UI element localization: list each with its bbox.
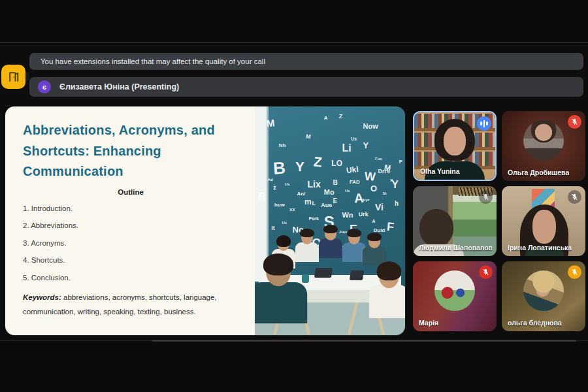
floating-letter: Lix <box>308 180 321 189</box>
slide-photo-collage: MAZNowUsNhMLiYFusBYZLOUklMFfulzUsLixBFAD… <box>255 106 405 335</box>
outline-list: 1. Introduction. 2. Abbreviations. 3. Ac… <box>23 204 255 282</box>
floating-letter: Us <box>282 221 287 225</box>
floating-letter: Wn <box>342 212 353 219</box>
person-figure <box>255 257 307 323</box>
floating-letter: Us <box>285 182 290 186</box>
floating-letter: FAD <box>350 180 360 185</box>
meeting-window: You have extensions installed that may a… <box>0 0 588 392</box>
floating-letter: It <box>271 225 275 231</box>
participant-name: Ірина Лопатинська <box>508 244 572 252</box>
extension-panel-notch <box>25 73 29 81</box>
participant-tile-olha-drobysheva[interactable]: Ольга Дробишева <box>502 111 585 181</box>
floating-letter: xx <box>289 207 295 212</box>
floating-letter: Mo <box>324 189 335 196</box>
keywords-label: Keywords: <box>23 293 61 301</box>
person-figure <box>319 227 342 258</box>
floating-letter: A <box>353 191 364 204</box>
participant-grid: Olha Yunina Ольга Дробишева <box>413 111 585 331</box>
floating-letter: E <box>333 198 338 204</box>
participant-tile-olha-yunina[interactable]: Olha Yunina <box>413 111 497 181</box>
participant-name: Ольга Дробишева <box>508 169 569 176</box>
floating-letter: Z <box>339 114 343 120</box>
floating-letter: M <box>306 134 312 140</box>
floating-letter: Urk <box>359 212 368 218</box>
participant-name: Людмила Шаповалова <box>419 244 492 252</box>
floating-letter: Li <box>342 143 351 154</box>
floating-letter: O <box>370 184 377 193</box>
floating-letter: B <box>333 180 338 186</box>
presenter-avatar: є <box>38 80 51 93</box>
floating-letter: St <box>383 191 387 195</box>
participant-tile-liudmyla-shapovalova[interactable]: Людмила Шаповалова <box>413 186 497 256</box>
outline-item: 4. Shortcuts. <box>23 256 255 264</box>
extensions-warning-text: You have extensions installed that may a… <box>41 57 265 65</box>
participant-name: Olha Yunina <box>420 167 460 175</box>
floating-letter: Now <box>363 123 378 130</box>
floating-letter: LO <box>331 159 342 167</box>
floating-letter: Us <box>345 189 350 193</box>
floating-letter: Park <box>309 216 319 221</box>
avatar <box>523 270 564 311</box>
floating-letter: B <box>272 159 286 176</box>
participant-name: Марія <box>419 319 438 327</box>
floating-letter: An/ <box>297 191 305 197</box>
floating-letter: Vi <box>375 203 384 212</box>
outline-item: 2. Abbreviations. <box>23 221 255 229</box>
floating-letter: A <box>372 219 375 223</box>
laptop <box>314 268 333 278</box>
mic-muted-icon <box>568 265 581 279</box>
avatar <box>434 270 475 311</box>
laptop <box>350 270 364 280</box>
floating-letter: M <box>267 118 276 128</box>
floating-letter: Drrs <box>378 169 391 174</box>
presenter-name: Єлизавета Юніна (Presenting) <box>59 82 179 91</box>
floating-letter: huw <box>274 203 285 208</box>
floating-letter: z <box>272 184 277 191</box>
mic-muted-icon <box>479 190 493 204</box>
speaking-indicator-icon <box>477 116 491 131</box>
mic-muted-icon <box>568 190 581 204</box>
coffee-cup <box>333 276 339 282</box>
outline-item: 1. Introduction. <box>23 204 255 212</box>
floating-letter: m <box>304 198 312 206</box>
bottom-chrome-strip <box>0 341 588 392</box>
floating-letter: Ukl <box>346 165 359 174</box>
mic-muted-icon <box>479 265 493 279</box>
floating-letter: F <box>399 159 402 165</box>
floating-letter: Fus <box>375 157 382 161</box>
floating-letter: Y <box>363 141 369 150</box>
floating-letter: W <box>364 170 376 182</box>
participant-tile-iryna-lopatynska[interactable]: Ірина Лопатинська <box>502 186 585 256</box>
floating-letter: Y <box>295 159 304 173</box>
person-figure <box>363 235 386 266</box>
floating-letter: Y <box>391 180 399 190</box>
extension-door-icon[interactable] <box>1 65 25 89</box>
floating-letter: L <box>312 201 316 206</box>
outline-item: 3. Acronyms. <box>23 239 255 247</box>
slide-text-panel: Abbreviations, Acronyms, and Shortcuts: … <box>5 106 255 335</box>
outline-item: 5. Conclusion. <box>23 274 255 282</box>
slide-title: Abbreviations, Acronyms, and Shortcuts: … <box>23 120 222 182</box>
participant-tile-olga-blednova[interactable]: ольга бледнова <box>502 261 585 331</box>
floating-letter: Us <box>351 137 357 141</box>
outline-heading: Outline <box>23 188 238 196</box>
presenter-banner[interactable]: є Єлизавета Юніна (Presenting) <box>29 77 583 97</box>
horizontal-scrollbar[interactable] <box>152 340 576 342</box>
keywords-paragraph: Keywords: abbreviations, acronyms, short… <box>23 291 238 319</box>
floating-letter: byz <box>363 198 370 202</box>
participant-name: ольга бледнова <box>508 319 562 327</box>
floating-letter: h <box>395 201 399 207</box>
top-chrome-strip <box>0 0 588 43</box>
floating-letter: Nh <box>279 143 286 148</box>
person-figure <box>369 265 405 318</box>
floating-letter: Z <box>313 154 323 169</box>
floating-letter: F <box>386 220 395 233</box>
floating-letter: B <box>257 191 267 202</box>
participant-tile-mariia[interactable]: Марія <box>413 261 497 331</box>
floating-letter: Aus <box>321 203 332 208</box>
mic-muted-icon <box>568 115 581 129</box>
floating-letter: ful <box>269 178 273 182</box>
avatar <box>523 120 564 161</box>
extensions-warning-toast[interactable]: You have extensions installed that may a… <box>29 53 583 70</box>
floating-letter: A <box>324 116 328 121</box>
